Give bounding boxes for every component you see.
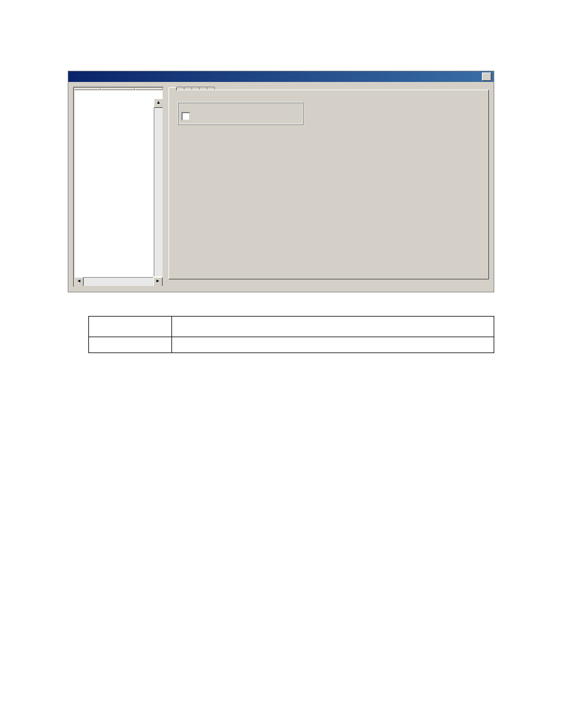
tab-content-general xyxy=(168,90,489,279)
tab-ip710-720[interactable] xyxy=(184,87,192,90)
scroll-right-icon[interactable]: ► xyxy=(153,277,163,286)
vertical-scrollbar[interactable]: ▲ ▼ xyxy=(154,98,163,278)
programmable-keys-table xyxy=(88,316,494,353)
list-header xyxy=(74,88,163,90)
tab-polycom[interactable] xyxy=(207,87,215,90)
workgroup-status-group xyxy=(177,102,303,125)
col-number[interactable] xyxy=(74,88,101,90)
tab-ip805[interactable] xyxy=(176,87,184,90)
table-description-cell xyxy=(172,337,494,353)
display-workgroup-status-row[interactable] xyxy=(181,112,299,121)
ip-phone-config-window: ▲ ▼ ◄ ► xyxy=(68,71,494,292)
horizontal-scrollbar[interactable]: ◄ ► xyxy=(74,277,154,286)
close-icon[interactable] xyxy=(482,73,491,81)
scroll-up-icon[interactable]: ▲ xyxy=(154,98,163,108)
tab-ip705[interactable] xyxy=(191,87,200,90)
scroll-left-icon[interactable]: ◄ xyxy=(74,277,84,286)
tab-general[interactable] xyxy=(168,87,177,90)
list-body[interactable] xyxy=(74,90,163,267)
display-workgroup-checkbox[interactable] xyxy=(181,112,190,121)
extension-list[interactable]: ▲ ▼ ◄ ► xyxy=(73,87,164,287)
table-left-label xyxy=(89,337,172,353)
col-type[interactable] xyxy=(135,88,163,90)
titlebar xyxy=(68,71,494,82)
tab-ip600[interactable] xyxy=(199,87,207,90)
col-status[interactable] xyxy=(101,88,135,90)
